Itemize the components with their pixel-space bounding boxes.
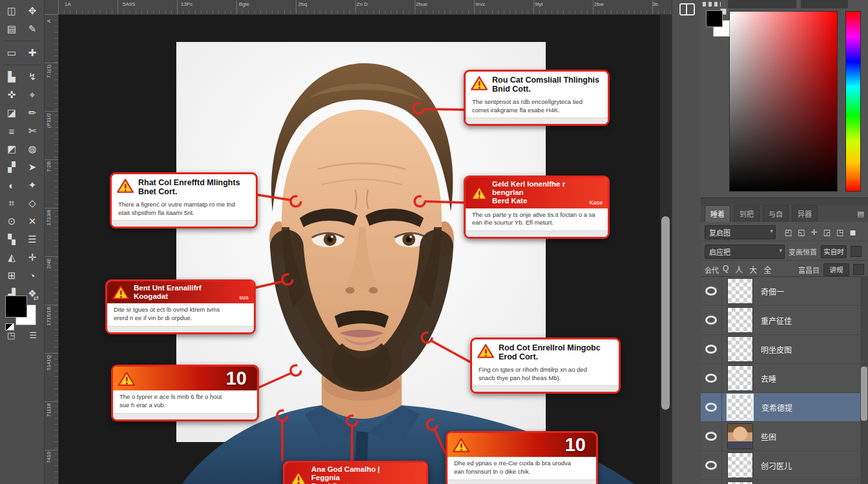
layer-row[interactable]: 创刁医儿 [701,451,868,480]
callout-4[interactable]: 10The o typrer e ace ls mnb 6 fbr o hout… [111,365,259,421]
lock-button-5[interactable]: ◳ [836,228,843,237]
tool-27-button[interactable]: ◭ [1,249,22,266]
layer-thumbnail[interactable] [727,307,753,333]
collapse-panels-icon[interactable] [679,3,695,15]
tool-17-button[interactable]: ▞ [1,159,22,176]
layer-row[interactable]: 去睡 [701,364,868,393]
swap-colors-icon[interactable]: ⇄ [34,294,39,301]
layer-thumbnail[interactable] [727,452,753,478]
tool-13-button[interactable]: ≡ [1,123,22,139]
tool-3-button[interactable]: ▤ [1,21,22,37]
layers-tab-1[interactable]: 睡着 [705,205,730,222]
layer-thumbnail[interactable] [727,481,753,484]
tool-25-button[interactable]: ▚ [1,231,22,248]
layers-tab-4[interactable]: 异器 [792,205,818,222]
hue-slider[interactable] [845,11,861,192]
callout-1[interactable]: Rou Cat Comsliall ThlinghisBnid Cott.The… [464,70,610,126]
tool-15-button[interactable]: ◩ [1,141,22,157]
lock-type-icon-3[interactable]: 大 [749,264,757,275]
tool-12-button[interactable]: ✏ [22,105,43,121]
eye-icon[interactable] [705,316,717,325]
layer-visibility-cell[interactable] [701,277,722,305]
layer-visibility-cell[interactable] [701,335,722,363]
tool-22-button[interactable]: ◇ [22,195,43,212]
tool-11-button[interactable]: ◪ [1,105,22,121]
callout-2[interactable]: Rhat Col Enrefftd MlinghtsBnet Cort.Ther… [110,172,258,228]
canvas-scrollbar-thumb[interactable] [661,216,670,410]
layer-thumbnail[interactable] [727,365,753,391]
layers-tab-2[interactable]: 到把 [734,205,760,222]
tool-21-button[interactable]: ⌗ [1,195,22,212]
tool-18-button[interactable]: ➤ [22,159,43,176]
lock-type-icon-2[interactable]: 人 [735,264,743,275]
layer-thumbnail[interactable] [727,278,753,304]
tool-5-button[interactable]: ▭ [1,45,22,61]
tool-19-button[interactable]: ◐ [1,177,22,194]
blend-mode-select[interactable]: 复启图 [705,225,776,239]
foreground-color-swatch[interactable] [5,296,27,318]
callout-7[interactable]: 10Dhe ed ypnas e rre-Cie cuxla ib bra ur… [446,431,598,484]
picker-foreground-swatch[interactable] [706,10,723,27]
eye-icon[interactable] [705,374,717,383]
tool-16-button[interactable]: ◍ [22,141,43,157]
layer-row[interactable]: 变希德提 [701,393,868,422]
opacity-menu-button[interactable] [851,246,862,257]
tool-28-button[interactable]: ✛ [22,249,43,266]
eye-icon[interactable] [705,432,717,441]
panel-tab-stub[interactable] [728,0,796,8]
tool-2-button[interactable]: ✥ [22,3,43,19]
callout-5[interactable]: Geld Kerl lonenlfhe r bengrlanBerd KateK… [464,176,610,239]
layer-row[interactable]: 奇佃一 [701,277,868,306]
panel-tab-stub[interactable] [801,0,848,8]
canvas-vertical-scrollbar[interactable] [660,14,672,484]
eye-icon[interactable] [705,403,717,412]
fill-value[interactable]: 讲规 [823,263,849,276]
layer-row[interactable]: 些困 [701,422,868,451]
document-canvas[interactable]: Rou Cat Comsliall ThlinghisBnid Cott.The… [58,14,672,484]
eye-icon[interactable] [705,461,717,470]
layer-visibility-cell[interactable] [701,306,722,334]
tool-6-button[interactable]: ✚ [22,45,43,61]
tool-14-button[interactable]: ✄ [22,123,43,139]
lock-type-icon-4[interactable]: 全 [763,264,771,275]
eye-icon[interactable] [705,287,717,296]
tool-26-button[interactable]: ☰ [22,231,43,248]
eye-icon[interactable] [705,345,717,354]
layers-scrollbar[interactable] [860,276,868,484]
layers-tab-3[interactable]: 与自 [763,205,789,222]
callout-3[interactable]: Bent Unt Eranallifrf KoogadatsusDite sr … [105,279,256,334]
tool-1-button[interactable]: ◫ [1,3,22,19]
callout-8[interactable]: Ana God Camalho | FeggniaDand Cont.do.o [283,461,428,484]
layer-row[interactable]: 明坐皮图 [701,335,868,364]
layer-visibility-cell[interactable] [701,451,722,479]
tool-7-button[interactable]: ▙ [1,68,22,85]
toolbar-bottom-icon-2[interactable]: ☰ [29,330,37,340]
lock-button-1[interactable]: ◰ [785,228,792,237]
layer-visibility-cell[interactable] [701,422,722,450]
lock-button-2[interactable]: ◱ [798,228,805,237]
opacity-value[interactable]: 实自时 [821,245,847,258]
layer-thumbnail[interactable] [727,336,753,362]
callout-6[interactable]: Rod Cot Enrellrol MingobcErod Cort.Fing … [470,338,621,394]
lock-button-6[interactable]: ◼ [849,228,856,237]
color-picker-gradient[interactable] [729,11,838,192]
layers-scrollbar-thumb[interactable] [861,367,867,421]
tool-20-button[interactable]: ✦ [22,177,43,194]
tool-23-button[interactable]: ⊙ [1,213,22,230]
tool-10-button[interactable]: ⌖ [22,86,43,103]
layer-thumbnail[interactable] [727,423,753,449]
layer-visibility-cell[interactable] [701,480,722,484]
style-select[interactable]: 启应把 [705,245,785,259]
tool-24-button[interactable]: ✕ [22,213,43,230]
lock-button-4[interactable]: ◲ [823,228,831,237]
tool-9-button[interactable]: ✜ [1,86,22,103]
toolbar-bottom-icon-1[interactable]: ◳ [7,330,15,340]
tool-29-button[interactable]: ⊞ [1,267,22,284]
tool-30-button[interactable]: ◔ [22,267,43,284]
tool-8-button[interactable]: ↯ [22,68,43,85]
layer-visibility-cell[interactable] [701,364,722,392]
fill-menu-button[interactable] [853,264,864,275]
lock-button-3[interactable]: ✛ [811,228,818,237]
panel-menu-icon[interactable]: ▤ [858,210,864,218]
layer-row[interactable] [701,480,868,484]
